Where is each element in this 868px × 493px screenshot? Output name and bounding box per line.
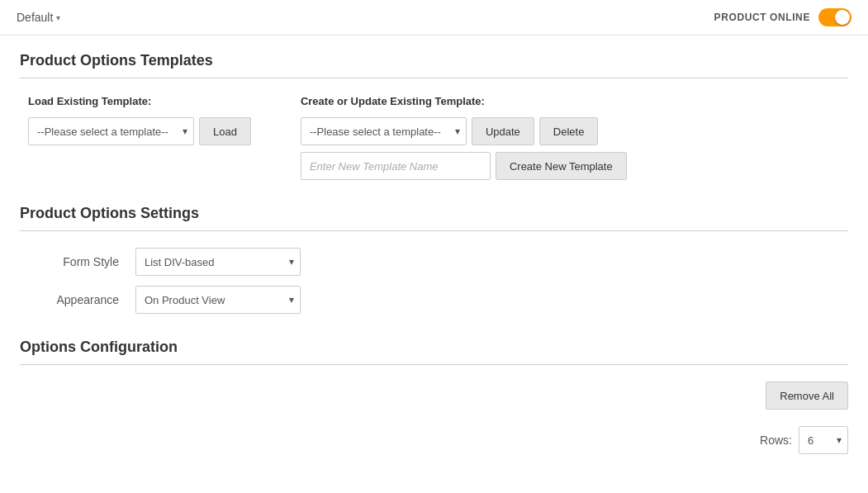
appearance-select[interactable]: On Product View In Popup Inline: [135, 286, 301, 314]
load-button[interactable]: Load: [199, 117, 251, 145]
create-new-template-button[interactable]: Create New Template: [496, 152, 627, 180]
settings-grid: Form Style List DIV-based Table-based In…: [20, 248, 848, 314]
form-style-select-wrapper: List DIV-based Table-based Inline: [135, 248, 301, 276]
update-button[interactable]: Update: [472, 117, 534, 145]
load-template-row: --Please select a template-- Load: [28, 117, 251, 145]
product-online-toggle[interactable]: [818, 8, 851, 26]
product-online-label: PRODUCT ONLINE: [714, 12, 810, 23]
options-config-title: Options Configuration: [20, 339, 848, 365]
rows-row: Rows: 6 10 20 50: [20, 426, 848, 454]
template-row: Load Existing Template: --Please select …: [20, 95, 848, 180]
create-template-block: Create or Update Existing Template: --Pl…: [301, 95, 627, 180]
main-content: Product Options Templates Load Existing …: [0, 36, 868, 471]
form-style-select[interactable]: List DIV-based Table-based Inline: [135, 248, 301, 276]
rows-label: Rows:: [760, 434, 792, 447]
options-buttons-row: Remove All: [20, 382, 848, 410]
settings-section: Product Options Settings Form Style List…: [20, 205, 848, 314]
appearance-select-wrapper: On Product View In Popup Inline: [135, 286, 301, 314]
dropdown-chevron: ▾: [56, 13, 60, 22]
templates-section-title: Product Options Templates: [20, 52, 848, 78]
load-template-block: Load Existing Template: --Please select …: [28, 95, 251, 145]
create-select-wrapper: --Please select a template--: [301, 117, 467, 145]
product-online-area: PRODUCT ONLINE: [714, 8, 851, 26]
settings-section-title: Product Options Settings: [20, 205, 848, 231]
appearance-row: Appearance On Product View In Popup Inli…: [28, 286, 840, 314]
create-template-row-bottom: Create New Template: [301, 152, 627, 180]
delete-button[interactable]: Delete: [539, 117, 599, 145]
new-template-name-input[interactable]: [301, 152, 491, 180]
load-select-wrapper: --Please select a template--: [28, 117, 194, 145]
load-template-label: Load Existing Template:: [28, 95, 251, 107]
load-template-select[interactable]: --Please select a template--: [28, 117, 194, 145]
form-style-label: Form Style: [28, 255, 119, 268]
default-dropdown[interactable]: Default ▾: [17, 11, 60, 24]
rows-select-wrapper: 6 10 20 50: [799, 426, 848, 454]
top-bar: Default ▾ PRODUCT ONLINE: [0, 0, 868, 36]
form-style-row: Form Style List DIV-based Table-based In…: [28, 248, 840, 276]
create-template-label: Create or Update Existing Template:: [301, 95, 627, 107]
create-template-row-top: --Please select a template-- Update Dele…: [301, 117, 627, 145]
appearance-label: Appearance: [28, 293, 119, 306]
rows-select[interactable]: 6 10 20 50: [799, 426, 848, 454]
create-template-select[interactable]: --Please select a template--: [301, 117, 467, 145]
remove-all-button[interactable]: Remove All: [766, 382, 848, 410]
default-label: Default: [17, 11, 53, 24]
options-config-section: Options Configuration Remove All Rows: 6…: [20, 339, 848, 454]
templates-section: Product Options Templates Load Existing …: [20, 52, 848, 180]
